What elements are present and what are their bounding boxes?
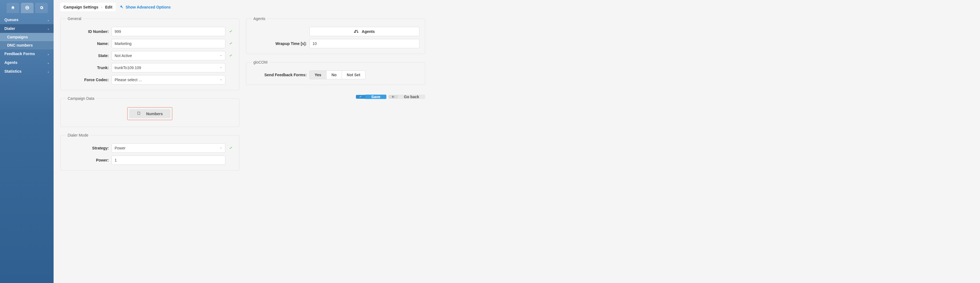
sidebar-subitem-campaigns[interactable]: Campaigns — [0, 33, 54, 41]
sidebar-item-agents[interactable]: Agents — [0, 58, 54, 67]
select-force-codec[interactable]: Please select ... — [111, 75, 225, 84]
send-feedback-toggle: Yes No Not Set — [309, 71, 366, 79]
breadcrumb-bar: Campaign Settings › Edit Show Advanced O… — [54, 0, 980, 14]
panel-agents: Agents Agents Wrapup Time [s]: 10 — [246, 16, 425, 54]
sidebar-tab-settings[interactable] — [35, 3, 48, 13]
home-icon — [11, 5, 15, 11]
action-row: Save Go back — [246, 92, 425, 101]
caret-down-icon — [220, 66, 222, 70]
show-advanced-label: Show Advanced Options — [126, 5, 171, 9]
chevron-right-icon — [47, 61, 50, 64]
label-force-codec: Force Codec: — [66, 77, 109, 82]
caret-down-icon — [220, 77, 222, 82]
chevron-right-icon — [47, 18, 50, 21]
show-advanced-toggle[interactable]: Show Advanced Options — [119, 5, 171, 9]
agents-button[interactable]: Agents — [309, 27, 419, 36]
sidebar-nav: Queues Dialer Campaigns DNC numbers Feed… — [0, 15, 54, 76]
breadcrumb: Campaign Settings › Edit — [60, 3, 116, 11]
panel-legend: Dialer Mode — [66, 133, 90, 138]
panel-dialer-mode: Dialer Mode Strategy: Power Power: 1 — [60, 133, 239, 171]
input-name[interactable]: Marketing — [111, 39, 225, 48]
check-icon — [228, 41, 234, 46]
label-trunk: Trunk: — [66, 66, 109, 70]
save-button-label: Save — [365, 95, 387, 99]
label-name: Name: — [66, 41, 109, 46]
book-icon — [137, 111, 141, 116]
check-icon — [228, 146, 234, 150]
panel-legend: Campaign Data — [66, 96, 96, 101]
check-icon — [228, 54, 234, 58]
wrench-icon — [119, 5, 123, 9]
breadcrumb-root[interactable]: Campaign Settings — [64, 5, 99, 9]
input-wrapup-time[interactable]: 10 — [309, 39, 419, 48]
users-icon — [354, 29, 358, 34]
label-wrapup-time: Wrapup Time [s]: — [252, 41, 307, 46]
toggle-yes[interactable]: Yes — [309, 71, 326, 79]
globe-icon — [25, 5, 29, 11]
chevron-right-icon — [47, 70, 50, 73]
sidebar-item-label: Agents — [5, 60, 18, 65]
chevron-down-icon — [47, 27, 50, 30]
panel-campaign-data: Campaign Data Numbers — [60, 96, 239, 127]
chevron-right-icon — [47, 52, 50, 55]
numbers-highlight-frame: Numbers — [127, 107, 173, 120]
sidebar-tabs — [0, 0, 54, 13]
input-power[interactable]: 1 — [111, 155, 225, 165]
numbers-button-label: Numbers — [146, 112, 163, 116]
sidebar-item-feedback-forms[interactable]: Feedback Forms — [0, 49, 54, 58]
toggle-notset[interactable]: Not Set — [342, 71, 366, 79]
save-button[interactable]: Save — [356, 92, 387, 101]
main-area: Campaign Settings › Edit Show Advanced O… — [54, 0, 980, 283]
sidebar-item-label: DNC numbers — [7, 43, 33, 47]
agents-button-label: Agents — [362, 29, 375, 34]
numbers-button[interactable]: Numbers — [129, 109, 171, 118]
select-state[interactable]: Not Active — [111, 51, 225, 60]
panel-legend: Agents — [252, 16, 267, 21]
breadcrumb-current: Edit — [105, 5, 112, 9]
sidebar-tab-globe[interactable] — [21, 3, 33, 13]
chevron-right-icon: › — [101, 5, 102, 9]
input-id-number[interactable]: 999 — [111, 27, 225, 36]
sidebar-item-label: Campaigns — [7, 35, 28, 39]
arrow-left-icon — [388, 95, 398, 99]
label-id-number: ID Number: — [66, 29, 109, 34]
go-back-button-label: Go back — [398, 95, 425, 99]
label-strategy: Strategy: — [66, 146, 109, 150]
panel-legend: General — [66, 16, 83, 21]
check-icon — [228, 29, 234, 34]
select-trunk[interactable]: trunkTo109.109 — [111, 63, 225, 73]
panel-legend: gloCOM — [252, 60, 269, 65]
panel-glocom: gloCOM Send Feedback Forms: Yes No Not S… — [246, 60, 425, 85]
select-strategy[interactable]: Power — [111, 144, 225, 153]
caret-down-icon — [220, 54, 222, 58]
sidebar-item-statistics[interactable]: Statistics — [0, 67, 54, 76]
sidebar-tab-home[interactable] — [6, 3, 19, 13]
sidebar: Queues Dialer Campaigns DNC numbers Feed… — [0, 0, 54, 283]
sidebar-item-label: Dialer — [5, 26, 15, 31]
label-send-feedback: Send Feedback Forms: — [252, 73, 307, 77]
check-icon — [356, 95, 365, 99]
sidebar-item-queues[interactable]: Queues — [0, 15, 54, 24]
caret-down-icon — [220, 146, 222, 150]
sidebar-item-label: Feedback Forms — [5, 52, 35, 56]
label-state: State: — [66, 54, 109, 58]
toggle-no[interactable]: No — [326, 71, 342, 79]
go-back-button[interactable]: Go back — [388, 92, 425, 101]
panel-general: General ID Number: 999 Name: Marketing S… — [60, 16, 239, 90]
gears-icon — [39, 5, 44, 11]
sidebar-item-label: Queues — [5, 17, 18, 22]
label-power: Power: — [66, 158, 109, 162]
sidebar-subitem-dnc[interactable]: DNC numbers — [0, 41, 54, 49]
sidebar-item-dialer[interactable]: Dialer — [0, 24, 54, 33]
sidebar-item-label: Statistics — [5, 69, 21, 73]
